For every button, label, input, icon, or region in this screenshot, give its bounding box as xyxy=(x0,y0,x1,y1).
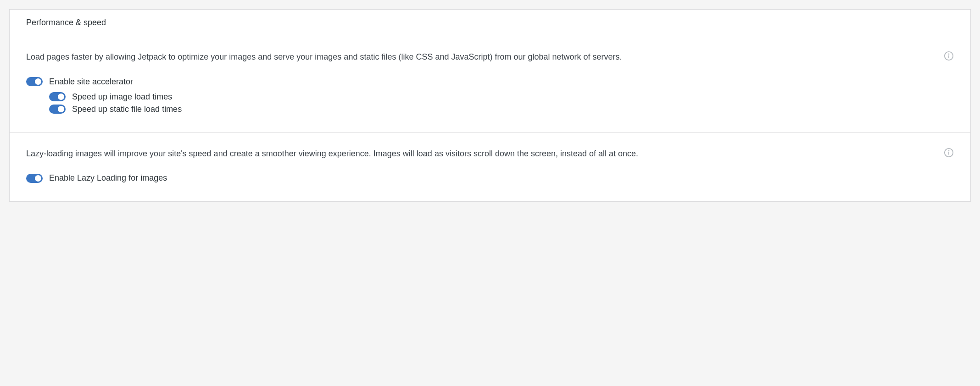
toggle-knob xyxy=(35,78,41,85)
toggle-knob xyxy=(58,106,64,112)
enable-accelerator-label: Enable site accelerator xyxy=(49,77,133,87)
speed-images-toggle[interactable] xyxy=(49,92,66,101)
speed-images-row[interactable]: Speed up image load times xyxy=(49,92,954,102)
info-icon xyxy=(944,148,954,158)
toggle-knob xyxy=(35,175,41,182)
svg-point-2 xyxy=(949,54,949,54)
lazy-toggles: Enable Lazy Loading for images xyxy=(26,173,954,183)
enable-accelerator-toggle[interactable] xyxy=(26,77,43,86)
accelerator-description: Load pages faster by allowing Jetpack to… xyxy=(26,50,650,64)
speed-static-toggle[interactable] xyxy=(49,105,66,114)
speed-static-label: Speed up static file load times xyxy=(72,105,182,114)
info-icon xyxy=(944,51,954,61)
toggle-knob xyxy=(58,94,64,100)
speed-static-row[interactable]: Speed up static file load times xyxy=(49,105,954,114)
site-accelerator-section: Load pages faster by allowing Jetpack to… xyxy=(10,36,970,132)
accelerator-toggles: Enable site accelerator Speed up image l… xyxy=(26,77,954,114)
lazy-description: Lazy-loading images will improve your si… xyxy=(26,147,650,161)
lazy-loading-section: Lazy-loading images will improve your si… xyxy=(10,132,970,202)
enable-lazy-row[interactable]: Enable Lazy Loading for images xyxy=(26,173,954,183)
enable-lazy-toggle[interactable] xyxy=(26,174,43,183)
accelerator-sub-toggles: Speed up image load times Speed up stati… xyxy=(49,92,954,114)
lazy-desc-row: Lazy-loading images will improve your si… xyxy=(26,147,954,161)
svg-point-5 xyxy=(949,150,949,151)
enable-accelerator-row[interactable]: Enable site accelerator xyxy=(26,77,954,87)
panel-title: Performance & speed xyxy=(10,10,970,36)
performance-panel: Performance & speed Load pages faster by… xyxy=(9,9,971,202)
speed-images-label: Speed up image load times xyxy=(72,92,172,102)
accelerator-info-button[interactable] xyxy=(944,50,954,61)
lazy-info-button[interactable] xyxy=(944,147,954,158)
enable-lazy-label: Enable Lazy Loading for images xyxy=(49,173,167,183)
accelerator-desc-row: Load pages faster by allowing Jetpack to… xyxy=(26,50,954,64)
